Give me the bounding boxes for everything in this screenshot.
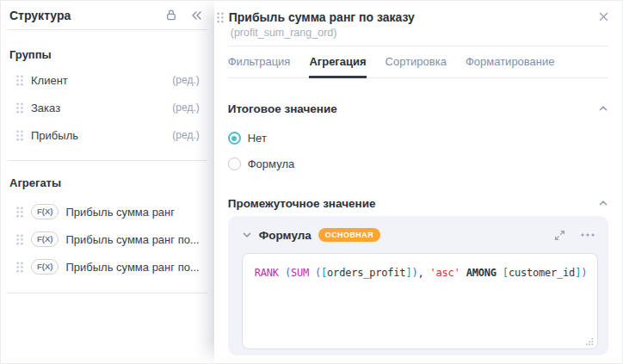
tab-bar: ФильтрацияАгрегацияСортировкаФорматирова… [228, 46, 608, 78]
formula-collapse-icon[interactable] [242, 230, 252, 240]
group-item: Клиент(ред.) [1, 66, 214, 94]
formula-token: AMONG [466, 267, 497, 279]
aggregate-item: F(X)Прибыль сумма ранг по... [1, 253, 214, 281]
aggregate-label: Прибыль сумма ранг по... [65, 261, 199, 274]
drag-handle-icon[interactable] [16, 234, 23, 245]
formula-card-header: Формула ОСНОВНАЯ [242, 225, 598, 245]
group-label: Клиент [31, 74, 68, 87]
total-value-section-header: Итоговое значение [228, 101, 608, 116]
radio-circle-icon[interactable] [228, 157, 241, 170]
formula-token: ) [581, 267, 587, 279]
edit-link[interactable]: (ред.) [172, 74, 199, 86]
formula-title: Формула [259, 229, 312, 242]
tab-1[interactable]: Фильтрация [228, 46, 291, 77]
expand-icon[interactable] [552, 228, 567, 243]
aggregate-item: F(X)Прибыль сумма ранг по... [1, 225, 214, 253]
tab-4[interactable]: Форматирование [466, 46, 555, 77]
panel-drag-handle-icon[interactable] [217, 12, 224, 23]
menu-ellipsis-icon[interactable] [581, 231, 598, 238]
groups-heading: Группы [1, 47, 214, 63]
field-settings-panel: Прибыль сумма ранг по заказу (profit_sum… [214, 1, 622, 363]
sidebar-divider [8, 293, 207, 293]
radio-label: Формула [248, 157, 294, 170]
sidebar-divider [8, 29, 207, 30]
formula-token [279, 267, 285, 279]
radio-option-2[interactable]: Формула [228, 157, 608, 170]
tab-2[interactable]: Агрегация [309, 46, 366, 77]
formula-token: ( [285, 267, 291, 279]
group-label: Заказ [31, 102, 60, 114]
formula-token: ( [315, 267, 321, 279]
drag-handle-icon[interactable] [16, 130, 23, 141]
structure-sidebar: Структура Группы Клиент(ред.)Заказ(ред.)… [1, 1, 214, 363]
panel-header: Прибыль сумма ранг по заказу [214, 1, 622, 25]
intermediate-value-heading: Промежуточное значение [228, 197, 376, 210]
group-item: Прибыль(ред.) [1, 121, 214, 149]
total-options: НетФормула [214, 132, 622, 170]
aggregates-list: F(X)Прибыль сумма рангF(X)Прибыль сумма … [1, 198, 214, 281]
formula-code: RANK (SUM ([orders_profit]), 'asc' AMONG… [255, 267, 587, 279]
sidebar-title: Структура [9, 9, 165, 22]
radio-label: Нет [248, 132, 267, 145]
drag-handle-icon[interactable] [16, 207, 23, 218]
formula-fx-badge: F(X) [31, 204, 59, 219]
aggregate-item: F(X)Прибыль сумма ранг [1, 198, 214, 225]
drag-handle-icon[interactable] [16, 75, 23, 86]
close-icon[interactable] [595, 9, 612, 25]
tab-3[interactable]: Сортировка [386, 46, 447, 77]
formula-card: Формула ОСНОВНАЯ RANK (SUM ([orders_prof… [228, 216, 608, 355]
aggregate-label: Прибыль сумма ранг [65, 206, 175, 219]
edit-link[interactable]: (ред.) [172, 129, 199, 141]
formula-token: RANK [255, 267, 279, 279]
field-id: (profit_sum_rang_ord) [214, 27, 622, 39]
collapse-section-icon[interactable] [598, 198, 608, 208]
edit-link[interactable]: (ред.) [172, 102, 199, 114]
aggregates-heading: Агрегаты [1, 176, 214, 191]
formula-token: SUM [291, 267, 309, 279]
formula-token [497, 267, 503, 279]
total-value-heading: Итоговое значение [228, 102, 337, 115]
formula-token: , [417, 267, 429, 279]
formula-token: [ [503, 267, 509, 279]
lock-icon[interactable] [165, 9, 177, 22]
formula-token [460, 267, 466, 279]
collapse-section-icon[interactable] [598, 103, 608, 114]
group-item: Заказ(ред.) [1, 94, 214, 121]
formula-editor[interactable]: RANK (SUM ([orders_profit]), 'asc' AMONG… [242, 253, 598, 349]
formula-token: orders_profit [327, 267, 405, 279]
groups-list: Клиент(ред.)Заказ(ред.)Прибыль(ред.) [1, 66, 214, 149]
formula-token: 'asc' [430, 267, 460, 279]
formula-fx-badge: F(X) [31, 259, 59, 275]
primary-badge: ОСНОВНАЯ [318, 228, 380, 242]
sidebar-divider [8, 160, 207, 161]
formula-token [309, 267, 315, 279]
aggregate-label: Прибыль сумма ранг по... [65, 233, 199, 246]
drag-handle-icon[interactable] [16, 262, 23, 273]
resize-handle-icon[interactable] [585, 337, 594, 346]
formula-fx-badge: F(X) [31, 231, 59, 247]
drag-handle-icon[interactable] [16, 102, 23, 114]
formula-token: customer_id [509, 267, 575, 279]
intermediate-value-section-header: Промежуточное значение [228, 195, 608, 211]
radio-circle-icon[interactable] [228, 132, 241, 145]
group-label: Прибыль [31, 129, 78, 142]
panel-title: Прибыль сумма ранг по заказу [229, 10, 415, 24]
app-root: Структура Группы Клиент(ред.)Заказ(ред.)… [0, 0, 623, 364]
collapse-sidebar-icon[interactable] [190, 10, 202, 21]
sidebar-header: Структура [1, 1, 214, 29]
radio-option-1[interactable]: Нет [228, 132, 608, 145]
